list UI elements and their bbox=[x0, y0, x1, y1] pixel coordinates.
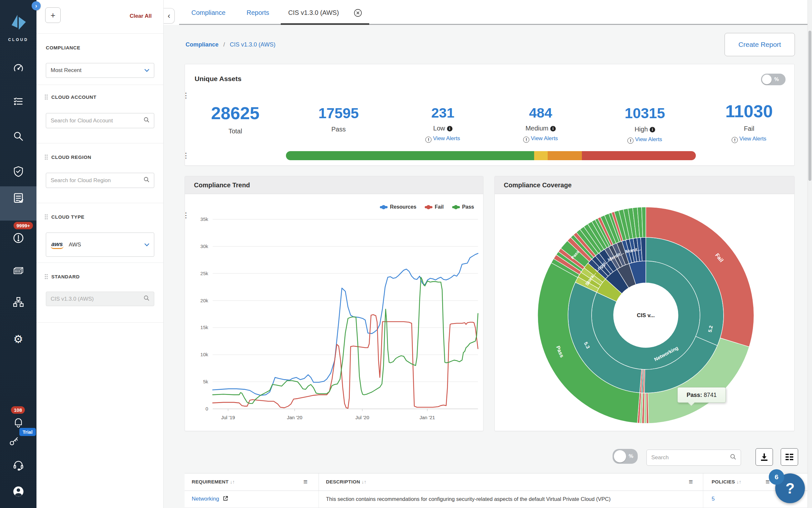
alerts-count-badge: 9999+ bbox=[13, 222, 33, 229]
clear-all-button[interactable]: Clear All bbox=[130, 13, 152, 19]
view-alerts-low[interactable]: ! View Alerts bbox=[393, 135, 493, 143]
sidebar-item-network[interactable] bbox=[0, 292, 37, 313]
table-percent-toggle[interactable]: % bbox=[613, 449, 638, 464]
legend-marker bbox=[425, 205, 432, 209]
breadcrumb-parent-link[interactable]: Compliance bbox=[186, 41, 219, 48]
column-settings-button[interactable] bbox=[781, 448, 798, 466]
standard-search-input[interactable]: CIS v1.3.0 (AWS) bbox=[46, 292, 154, 306]
sidebar-item-settings[interactable]: ⚙ bbox=[0, 329, 37, 349]
info-icon[interactable]: i bbox=[650, 127, 655, 132]
svg-text:10k: 10k bbox=[200, 352, 208, 357]
download-button[interactable] bbox=[756, 448, 773, 466]
app-logo-icon[interactable] bbox=[9, 13, 28, 34]
trend-chart[interactable]: 35k30k25k20k15k10k5k0Jul '19Jan '20Jul '… bbox=[185, 194, 484, 431]
description-cell: This section contains recommendations fo… bbox=[326, 496, 697, 502]
sidebar-item-security[interactable] bbox=[0, 162, 37, 182]
download-icon bbox=[760, 453, 769, 462]
view-alerts-high[interactable]: ! View Alerts bbox=[595, 136, 695, 144]
drag-handle-icon[interactable] bbox=[45, 154, 48, 161]
compliance-trend-card: Compliance Trend ResourcesFailPass 35k30… bbox=[185, 176, 483, 431]
sort-icon[interactable]: ↓↑ bbox=[362, 479, 366, 484]
search-icon bbox=[144, 177, 149, 184]
progress-segment bbox=[548, 151, 582, 160]
svg-text:CIS v...: CIS v... bbox=[637, 312, 655, 319]
column-header-description[interactable]: DESCRIPTION ↓↑ bbox=[326, 479, 366, 485]
scrollbar-track[interactable] bbox=[808, 0, 812, 508]
sidebar-item-dashboard[interactable] bbox=[0, 58, 37, 79]
svg-text:25k: 25k bbox=[200, 271, 208, 276]
sidebar-expand-icon[interactable]: › bbox=[32, 1, 41, 10]
search-icon bbox=[730, 454, 736, 462]
add-filter-button[interactable]: + bbox=[45, 7, 61, 23]
kebab-menu-icon[interactable]: ⋮ bbox=[182, 93, 189, 98]
sort-icon[interactable]: ↓↑ bbox=[230, 479, 235, 484]
percent-label: % bbox=[629, 454, 633, 459]
stat-low-value: 231 bbox=[393, 105, 493, 121]
sidebar-item-profile[interactable] bbox=[0, 482, 37, 503]
sort-icon[interactable]: ↓↑ bbox=[736, 479, 741, 484]
requirement-link[interactable]: Networking bbox=[192, 496, 228, 503]
drag-handle-icon[interactable] bbox=[45, 214, 48, 221]
unique-assets-card: Unique Assets % 28625 Total 17595 Pass 2… bbox=[185, 64, 795, 166]
create-report-button[interactable]: Create Report bbox=[724, 33, 795, 56]
assets-percent-toggle[interactable]: % bbox=[761, 74, 785, 85]
compliance-report-icon bbox=[12, 192, 25, 206]
close-tab-icon[interactable] bbox=[354, 9, 362, 18]
stat-low-label: Low i bbox=[393, 125, 493, 132]
external-link-icon bbox=[223, 496, 228, 503]
avatar-icon bbox=[12, 485, 25, 499]
unique-assets-title: Unique Assets bbox=[195, 75, 241, 83]
tab-compliance[interactable]: Compliance bbox=[191, 9, 226, 16]
policies-count-link[interactable]: 5 bbox=[712, 496, 715, 502]
collapse-panel-button[interactable]: ‹ bbox=[163, 8, 175, 24]
drag-handle-icon[interactable] bbox=[45, 94, 48, 101]
coverage-sunburst-chart[interactable]: FailPassPassPass5.25.3Stora...Loggi...Id… bbox=[495, 194, 795, 431]
alert-circle-icon bbox=[12, 232, 25, 246]
view-alerts-fail[interactable]: ! View Alerts bbox=[699, 136, 799, 143]
stat-pass: 17595 Pass bbox=[289, 105, 389, 133]
stat-total-value: 28625 bbox=[185, 103, 285, 123]
view-alerts-medium[interactable]: ! View Alerts bbox=[490, 135, 590, 143]
legend-item-fail[interactable]: Fail bbox=[425, 204, 444, 210]
info-icon[interactable]: i bbox=[447, 126, 452, 131]
column-menu-icon[interactable]: ≡ bbox=[303, 478, 307, 486]
cloud-region-search-input[interactable]: Search for Cloud Region bbox=[46, 173, 154, 188]
sidebar-item-policies[interactable] bbox=[0, 92, 37, 113]
stat-medium-value: 484 bbox=[490, 105, 590, 121]
column-header-requirement[interactable]: REQUIREMENT ↓↑ bbox=[192, 479, 235, 485]
gauge-icon bbox=[12, 62, 24, 75]
drag-handle-icon[interactable] bbox=[45, 274, 48, 281]
sidebar-item-containers[interactable] bbox=[0, 261, 37, 282]
table-columns-icon bbox=[785, 453, 794, 461]
table-search-input[interactable]: Search bbox=[647, 450, 741, 466]
legend-item-pass[interactable]: Pass bbox=[452, 204, 474, 210]
tab-cis-aws-active[interactable]: CIS v1.3.0 (AWS) bbox=[288, 9, 339, 16]
compliance-select[interactable]: Most Recent bbox=[46, 63, 154, 78]
legend-item-resources[interactable]: Resources bbox=[380, 204, 416, 210]
info-icon[interactable]: i bbox=[550, 126, 556, 131]
sidebar-item-support[interactable] bbox=[0, 455, 37, 476]
kebab-menu-icon[interactable]: ⋮ bbox=[182, 153, 189, 158]
cloud-type-value: AWS bbox=[69, 242, 144, 248]
table-header-row: REQUIREMENT ↓↑ ≡ DESCRIPTION ↓↑ ≡ POLICI… bbox=[185, 473, 808, 491]
kebab-menu-icon[interactable]: ⋮ bbox=[182, 213, 189, 218]
scrollbar-thumb[interactable] bbox=[808, 31, 811, 181]
tab-bar-divider bbox=[179, 24, 812, 25]
column-menu-icon[interactable]: ≡ bbox=[689, 478, 693, 486]
stat-total: 28625 Total bbox=[185, 103, 285, 135]
stat-fail: 11030 Fail ! View Alerts bbox=[699, 101, 799, 143]
sidebar-item-search[interactable] bbox=[0, 127, 37, 147]
column-header-policies[interactable]: POLICIES ↓↑ bbox=[712, 479, 741, 485]
breadcrumb-separator: / bbox=[223, 41, 225, 48]
stat-pass-value: 17595 bbox=[289, 105, 389, 122]
svg-text:20k: 20k bbox=[200, 298, 208, 303]
chevron-down-icon bbox=[144, 242, 149, 248]
cloud-type-select[interactable]: aws AWS bbox=[46, 232, 154, 257]
coverage-card-title: Compliance Coverage bbox=[495, 176, 794, 194]
search-icon bbox=[144, 295, 149, 303]
tab-reports[interactable]: Reports bbox=[247, 9, 269, 16]
compliance-coverage-card: Compliance Coverage FailPassPassPass5.25… bbox=[494, 176, 795, 431]
sidebar-item-compliance-active[interactable] bbox=[0, 186, 37, 221]
cloud-account-search-input[interactable]: Search for Cloud Account bbox=[46, 113, 154, 128]
sidebar-item-alerts[interactable] bbox=[0, 228, 37, 249]
